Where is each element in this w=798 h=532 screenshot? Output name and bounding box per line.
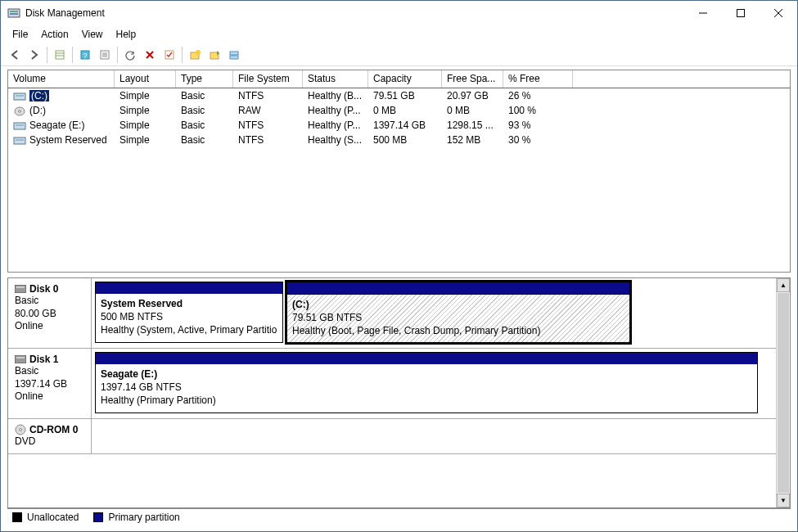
- volume-layout: Simple: [115, 89, 176, 102]
- volume-filesystem: NTFS: [233, 89, 303, 102]
- disk-type: Basic: [15, 295, 84, 308]
- forward-button[interactable]: [25, 46, 43, 64]
- partition-name: Seagate (E:): [101, 367, 752, 381]
- volume-filesystem: NTFS: [233, 133, 303, 147]
- partition-name: System Reserved: [101, 297, 277, 310]
- volume-icon: [13, 121, 26, 131]
- volume-free: 152 MB: [442, 133, 503, 147]
- disk-partitions: Seagate (E:)1397.14 GB NTFSHealthy (Prim…: [92, 349, 776, 418]
- volume-status: Healthy (P...: [303, 119, 368, 132]
- disk-graphical-view[interactable]: Disk 0Basic80.00 GBOnlineSystem Reserved…: [7, 277, 791, 508]
- volume-filesystem: NTFS: [233, 119, 303, 132]
- volume-list-header: Volume Layout Type File System Status Ca…: [8, 70, 790, 88]
- svg-rect-29: [16, 124, 24, 126]
- column-free-space[interactable]: Free Spa...: [442, 70, 503, 88]
- menu-view[interactable]: View: [75, 27, 110, 42]
- app-window: Disk Management File Action View Help ?: [0, 0, 798, 532]
- volume-row[interactable]: (D:)SimpleBasicRAWHealthy (P...0 MB0 MB1…: [8, 103, 790, 118]
- app-icon: [7, 7, 20, 20]
- svg-point-20: [196, 50, 201, 55]
- close-button[interactable]: [760, 1, 797, 25]
- menu-file[interactable]: File: [6, 27, 34, 42]
- legend-unallocated-swatch: [12, 512, 22, 522]
- minimize-button[interactable]: [684, 1, 722, 25]
- volume-icon: [13, 92, 26, 101]
- toolbar-separator: [117, 47, 118, 63]
- svg-point-37: [20, 429, 22, 431]
- view-list-button[interactable]: [51, 46, 69, 64]
- volume-filesystem: RAW: [233, 104, 303, 117]
- window-controls: [684, 1, 797, 25]
- column-layout[interactable]: Layout: [115, 70, 176, 88]
- volume-layout: Simple: [115, 119, 176, 132]
- column-filesystem[interactable]: File System: [233, 70, 303, 88]
- check-button[interactable]: [160, 46, 178, 64]
- volume-name: (C:): [29, 90, 49, 101]
- scroll-down-button[interactable]: ▼: [777, 494, 790, 507]
- column-volume[interactable]: Volume: [8, 70, 115, 88]
- menu-help[interactable]: Help: [110, 27, 143, 42]
- legend: Unallocated Primary partition: [7, 508, 791, 525]
- volume-row[interactable]: (C:)SimpleBasicNTFSHealthy (B...79.51 GB…: [8, 88, 790, 103]
- svg-rect-33: [16, 286, 25, 288]
- maximize-button[interactable]: [722, 1, 760, 25]
- new-volume-button[interactable]: [186, 46, 204, 64]
- volume-capacity: 0 MB: [368, 104, 442, 117]
- volume-capacity: 1397.14 GB: [368, 119, 442, 132]
- volume-icon: [13, 136, 26, 146]
- disk-label: Disk 0Basic80.00 GBOnline: [8, 278, 92, 348]
- volume-percent: 26 %: [503, 89, 573, 102]
- volume-free: 0 MB: [442, 104, 503, 117]
- column-capacity[interactable]: Capacity: [368, 70, 442, 88]
- partition-box[interactable]: Seagate (E:)1397.14 GB NTFSHealthy (Prim…: [95, 352, 758, 413]
- svg-rect-1: [10, 11, 18, 12]
- volume-row[interactable]: System ReservedSimpleBasicNTFSHealthy (S…: [8, 133, 790, 147]
- toolbar: ?: [1, 43, 797, 66]
- toolbar-separator: [72, 47, 73, 63]
- help-button[interactable]: ?: [76, 46, 94, 64]
- volume-free: 20.97 GB: [442, 89, 503, 102]
- partition-status: Healthy (System, Active, Primary Partiti…: [101, 323, 277, 336]
- disk-partitions: [92, 419, 776, 453]
- disk-size: 1397.14 GB: [15, 378, 84, 391]
- partition-name: (C:): [292, 298, 624, 311]
- disk-row[interactable]: Disk 0Basic80.00 GBOnlineSystem Reserved…: [8, 278, 776, 349]
- svg-rect-32: [15, 285, 26, 293]
- svg-rect-35: [16, 357, 25, 358]
- properties-button[interactable]: [96, 46, 114, 64]
- column-status[interactable]: Status: [303, 70, 368, 88]
- volume-layout: Simple: [115, 133, 176, 147]
- svg-rect-4: [737, 10, 745, 17]
- titlebar: Disk Management: [1, 1, 797, 25]
- legend-unallocated-label: Unallocated: [27, 512, 79, 523]
- content-area: Volume Layout Type File System Status Ca…: [7, 70, 791, 525]
- svg-rect-31: [16, 139, 24, 141]
- legend-primary-label: Primary partition: [108, 512, 179, 523]
- disk-row[interactable]: CD-ROM 0DVD: [8, 419, 776, 454]
- volume-name: Seagate (E:): [29, 119, 84, 131]
- layout-button[interactable]: [225, 46, 243, 64]
- menu-action[interactable]: Action: [34, 27, 74, 42]
- disk-icon: [15, 355, 26, 363]
- volume-free: 1298.15 ...: [442, 119, 503, 132]
- column-type[interactable]: Type: [176, 70, 233, 88]
- refresh-button[interactable]: [121, 46, 139, 64]
- scroll-up-button[interactable]: ▲: [777, 278, 790, 292]
- disk-row[interactable]: Disk 1Basic1397.14 GBOnlineSeagate (E:)1…: [8, 349, 776, 419]
- back-button[interactable]: [6, 46, 24, 64]
- volume-list[interactable]: Volume Layout Type File System Status Ca…: [7, 70, 791, 273]
- column-percent-free[interactable]: % Free: [503, 70, 573, 88]
- partition-body: System Reserved500 MB NTFSHealthy (Syste…: [96, 294, 282, 342]
- partition-color-bar: [96, 282, 282, 294]
- partition-box[interactable]: System Reserved500 MB NTFSHealthy (Syste…: [95, 282, 283, 343]
- partition-box[interactable]: (C:)79.51 GB NTFSHealthy (Boot, Page Fil…: [286, 282, 630, 343]
- delete-button[interactable]: [141, 46, 159, 64]
- volume-row[interactable]: Seagate (E:)SimpleBasicNTFSHealthy (P...…: [8, 118, 790, 133]
- svg-rect-7: [56, 51, 64, 59]
- disk-state: Online: [15, 390, 84, 404]
- partition-size: 79.51 GB NTFS: [292, 311, 624, 324]
- partition-color-bar: [96, 353, 757, 364]
- scroll-thumb[interactable]: [778, 293, 789, 493]
- extend-button[interactable]: [205, 46, 223, 64]
- vertical-scrollbar[interactable]: ▲▼: [776, 278, 790, 507]
